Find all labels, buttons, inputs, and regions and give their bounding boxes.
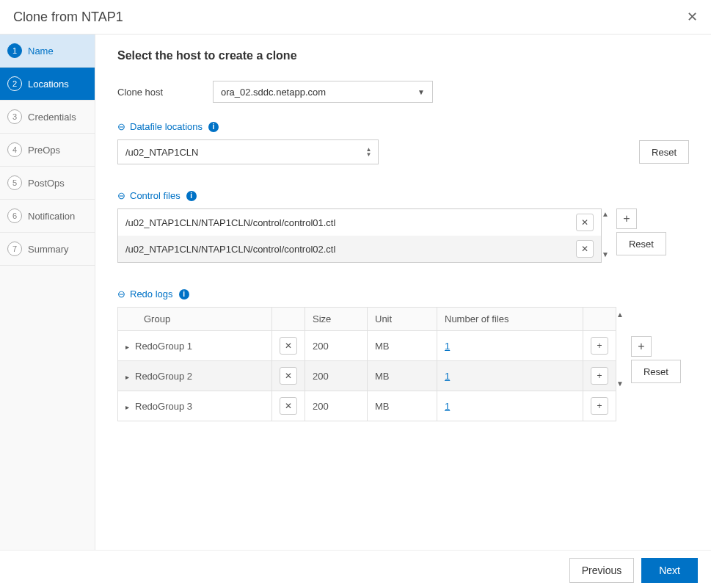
clone-host-value: ora_02.sddc.netapp.com (221, 87, 326, 98)
datafile-section-header: ⊖ Datafile locations i (117, 121, 689, 132)
modal-title: Clone from NTAP1 (13, 10, 123, 25)
col-unit: Unit (368, 308, 437, 331)
step-postops[interactable]: 5 PostOps (0, 167, 95, 200)
redo-side-buttons: + Reset (631, 336, 681, 383)
redo-numfiles-link[interactable]: 1 (445, 401, 450, 412)
step-summary[interactable]: 7 Summary (0, 233, 95, 266)
collapse-icon[interactable]: ⊖ (117, 190, 125, 201)
step-num: 3 (7, 109, 22, 124)
step-num: 6 (7, 208, 22, 223)
control-file-item: /u02_NTAP1CLN/NTAP1CLN/control/control01… (118, 209, 601, 236)
collapse-icon[interactable]: ⊖ (117, 121, 125, 132)
step-label: PreOps (28, 145, 60, 156)
redo-reset-button[interactable]: Reset (631, 360, 681, 383)
col-size: Size (305, 308, 368, 331)
redo-unit: MB (368, 331, 437, 361)
next-button[interactable]: Next (641, 558, 698, 583)
redo-logs-table: Group Size Unit Number of files ▸RedoGro… (117, 307, 616, 421)
step-num: 5 (7, 175, 22, 190)
redo-numfiles-link[interactable]: 1 (445, 341, 450, 352)
redo-size: 200 (305, 361, 368, 391)
expand-icon[interactable]: ▸ (125, 403, 129, 411)
expand-icon[interactable]: ▸ (125, 343, 129, 351)
control-file-item: /u02_NTAP1CLN/NTAP1CLN/control/control02… (118, 236, 601, 262)
step-label: Locations (28, 79, 69, 90)
clone-host-dropdown[interactable]: ora_02.sddc.netapp.com ▼ (213, 81, 433, 103)
control-file-path: /u02_NTAP1CLN/NTAP1CLN/control/control01… (125, 217, 335, 228)
redo-logs-container: Group Size Unit Number of files ▸RedoGro… (117, 307, 689, 421)
scroll-indicator[interactable]: ▲▼ (616, 307, 624, 388)
add-redo-file-button[interactable]: + (591, 397, 608, 415)
remove-redo-button[interactable]: ✕ (280, 367, 297, 385)
clone-host-row: Clone host ora_02.sddc.netapp.com ▼ (117, 81, 689, 103)
remove-control-file-button[interactable]: ✕ (576, 214, 594, 231)
step-name[interactable]: 1 Name (0, 35, 95, 68)
content-area: Select the host to create a clone Clone … (95, 35, 711, 550)
info-icon[interactable]: i (208, 122, 219, 132)
close-button[interactable]: ✕ (687, 9, 698, 25)
collapse-icon[interactable]: ⊖ (117, 288, 125, 300)
control-files-container: /u02_NTAP1CLN/NTAP1CLN/control/control01… (117, 208, 689, 263)
section-label: Control files (130, 190, 181, 201)
previous-button[interactable]: Previous (569, 558, 634, 583)
step-num: 7 (7, 242, 22, 256)
expand-icon[interactable]: ▸ (125, 373, 129, 381)
redo-numfiles-link[interactable]: 1 (445, 371, 450, 382)
remove-redo-button[interactable]: ✕ (280, 337, 297, 355)
chevron-down-icon: ▼ (418, 88, 425, 96)
datafile-reset-button[interactable]: Reset (639, 140, 689, 164)
control-files-reset-button[interactable]: Reset (616, 232, 666, 255)
datafile-row: /u02_NTAP1CLN ▲▼ Reset (117, 139, 689, 164)
step-locations[interactable]: 2 Locations (0, 68, 95, 101)
redo-size: 200 (305, 391, 368, 421)
wizard-sidebar: 1 Name 2 Locations 3 Credentials 4 PreOp… (0, 35, 95, 550)
step-label: Summary (28, 244, 69, 255)
redo-unit: MB (368, 361, 437, 391)
modal-body: 1 Name 2 Locations 3 Credentials 4 PreOp… (0, 35, 711, 550)
redo-logs-section-header: ⊖ Redo logs i (117, 288, 689, 300)
control-file-path: /u02_NTAP1CLN/NTAP1CLN/control/control02… (125, 244, 335, 255)
redo-group: RedoGroup 1 (135, 341, 192, 352)
col-numfiles: Number of files (437, 308, 583, 331)
redo-group: RedoGroup 2 (135, 371, 192, 382)
modal-footer: Previous Next (0, 550, 711, 588)
step-notification[interactable]: 6 Notification (0, 200, 95, 233)
remove-redo-button[interactable]: ✕ (280, 397, 297, 415)
step-label: PostOps (28, 178, 65, 189)
add-control-file-button[interactable]: + (616, 208, 637, 229)
redo-row: ▸RedoGroup 1 ✕ 200 MB 1 + (118, 331, 616, 361)
redo-unit: MB (368, 391, 437, 421)
datafile-input[interactable]: /u02_NTAP1CLN ▲▼ (117, 139, 379, 164)
modal-header: Clone from NTAP1 ✕ (0, 0, 711, 35)
spinner[interactable]: ▲▼ (366, 147, 372, 157)
control-files-section-header: ⊖ Control files i (117, 190, 689, 201)
redo-row: ▸RedoGroup 3 ✕ 200 MB 1 + (118, 391, 616, 421)
step-num: 4 (7, 142, 22, 157)
add-redo-file-button[interactable]: + (591, 337, 608, 355)
redo-row: ▸RedoGroup 2 ✕ 200 MB 1 + (118, 361, 616, 391)
col-group: Group (118, 308, 272, 331)
step-credentials[interactable]: 3 Credentials (0, 101, 95, 134)
datafile-value: /u02_NTAP1CLN (125, 147, 198, 158)
step-num: 1 (7, 43, 22, 58)
step-num: 2 (7, 76, 22, 91)
redo-size: 200 (305, 331, 368, 361)
add-redo-group-button[interactable]: + (631, 336, 652, 357)
page-title: Select the host to create a clone (117, 49, 689, 62)
section-label: Datafile locations (130, 121, 203, 132)
step-label: Notification (28, 211, 75, 222)
scroll-indicator[interactable]: ▲▼ (602, 208, 609, 260)
info-icon[interactable]: i (179, 289, 189, 300)
step-label: Credentials (28, 112, 76, 123)
remove-control-file-button[interactable]: ✕ (576, 240, 594, 258)
section-label: Redo logs (130, 288, 173, 300)
clone-host-label: Clone host (117, 87, 213, 98)
add-redo-file-button[interactable]: + (591, 367, 608, 385)
redo-group: RedoGroup 3 (135, 401, 192, 412)
step-label: Name (28, 46, 54, 57)
control-files-side-buttons: + Reset (616, 208, 666, 255)
info-icon[interactable]: i (186, 191, 197, 201)
control-files-list: /u02_NTAP1CLN/NTAP1CLN/control/control01… (117, 208, 602, 263)
step-preops[interactable]: 4 PreOps (0, 134, 95, 167)
